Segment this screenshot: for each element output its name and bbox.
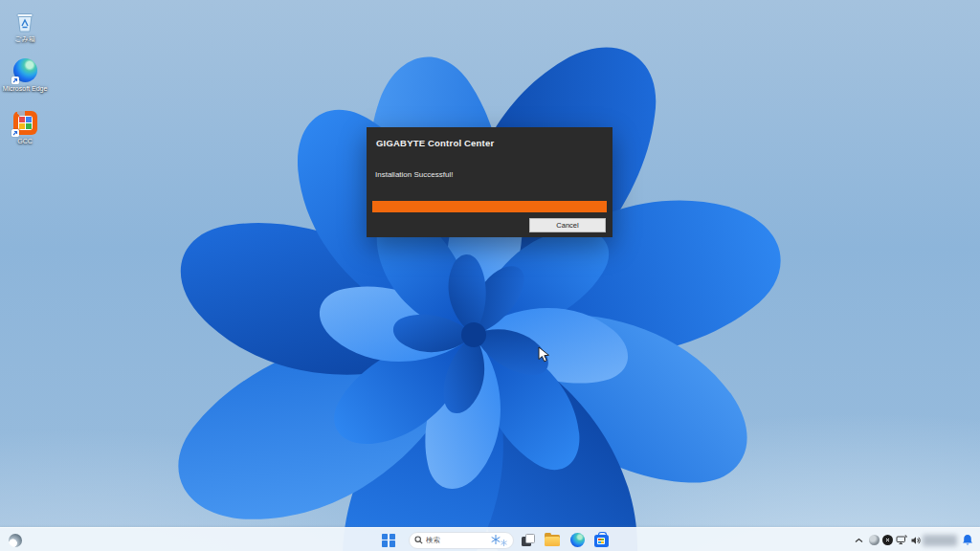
search-icon (414, 536, 423, 544)
desktop-icon-gcc[interactable]: GCC (0, 111, 50, 145)
taskbar (0, 527, 980, 551)
chevron-up-icon (855, 538, 863, 543)
clock[interactable] (922, 528, 958, 551)
desktop-icon-label: Microsoft Edge (0, 85, 50, 93)
gcc-icon (12, 111, 37, 136)
search-box[interactable] (409, 532, 514, 549)
edge-icon (12, 58, 37, 83)
desktop-icon-microsoft-edge[interactable]: Microsoft Edge (0, 58, 50, 93)
wired-network-icon (896, 535, 907, 546)
desktop-icon-label: ごみ箱 (0, 35, 50, 43)
wallpaper-bloom (0, 0, 980, 551)
installer-dialog: GIGABYTE Control Center Installation Suc… (367, 127, 612, 237)
file-explorer-icon (545, 533, 560, 547)
tray-app-dark-button[interactable] (880, 528, 894, 551)
cancel-button[interactable]: Cancel (529, 218, 606, 232)
windows-start-icon (382, 534, 395, 547)
tray-app-dark-icon (882, 535, 893, 545)
speaker-icon (910, 535, 922, 546)
installation-status-text: Installation Successful! (375, 170, 453, 179)
start-button[interactable] (378, 528, 399, 551)
notification-bell-icon (962, 534, 973, 546)
volume-button[interactable] (908, 528, 923, 551)
tray-app-gray-icon (869, 535, 880, 545)
edge-button[interactable] (567, 528, 588, 551)
dialog-title: GIGABYTE Control Center (376, 138, 494, 148)
microsoft-store-icon (594, 535, 609, 547)
widgets-button[interactable] (5, 528, 26, 551)
progress-bar-fill (372, 201, 607, 212)
network-button[interactable] (894, 528, 908, 551)
task-view-icon (521, 533, 536, 547)
file-explorer-button[interactable] (542, 528, 563, 551)
edge-icon (570, 533, 585, 547)
shortcut-arrow-icon (11, 129, 19, 137)
desktop-icon-recycle-bin[interactable]: ごみ箱 (0, 9, 50, 43)
progress-bar (372, 201, 607, 212)
task-view-button[interactable] (518, 528, 539, 551)
tray-app-gray-button[interactable] (867, 528, 880, 551)
hidden-icons-button[interactable] (852, 528, 865, 551)
search-input[interactable] (426, 536, 489, 544)
notification-center-button[interactable] (959, 528, 976, 551)
snowflake-icons (489, 534, 508, 547)
shortcut-arrow-icon (11, 77, 19, 84)
microsoft-store-button[interactable] (590, 528, 612, 551)
clock-blurred-value (923, 535, 957, 546)
desktop: ごみ箱 Microsoft Edge GCC GIGABYTE Control … (0, 0, 980, 551)
weather-cloudy-icon (9, 534, 22, 547)
recycle-bin-icon (12, 9, 37, 33)
desktop-icon-label: GCC (0, 138, 50, 145)
